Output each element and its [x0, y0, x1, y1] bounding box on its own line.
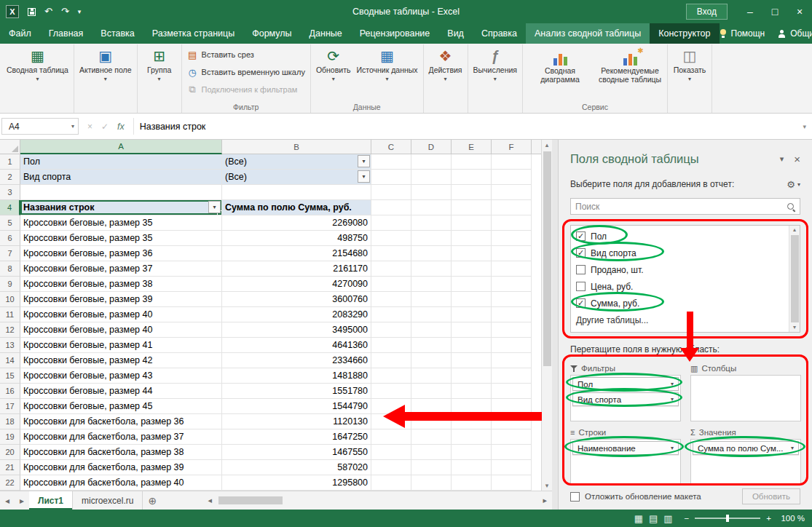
more-tables-link[interactable]: Другие таблицы...: [573, 312, 787, 328]
cell-empty[interactable]: [492, 414, 532, 429]
select-all-corner[interactable]: [0, 140, 20, 154]
cell-column-b[interactable]: 1544790: [222, 399, 371, 414]
field-list-scrollbar[interactable]: [789, 226, 800, 332]
panel-close-icon[interactable]: [794, 153, 800, 165]
cell-column-a[interactable]: Кроссовки беговые, размер 41: [20, 338, 222, 353]
zoom-slider-thumb[interactable]: [726, 515, 729, 522]
cell-empty[interactable]: [492, 399, 532, 414]
cell-column-a[interactable]: Кроссовки для баскетбола, размер 39: [20, 460, 222, 475]
cell-empty[interactable]: [371, 338, 411, 353]
cell-empty[interactable]: [452, 353, 492, 368]
zoom-in-button[interactable]: [766, 514, 771, 523]
ribbon-tab[interactable]: Файл: [0, 23, 40, 44]
cell-column-b[interactable]: 498750: [222, 231, 371, 246]
cell-column-b[interactable]: 2334660: [222, 353, 371, 368]
scroll-right-icon[interactable]: [540, 496, 549, 505]
cell-empty[interactable]: [452, 215, 492, 231]
cell-empty[interactable]: [411, 307, 452, 322]
ribbon-tab[interactable]: Вид: [438, 23, 473, 44]
field-checkbox[interactable]: [576, 265, 586, 274]
cell-empty[interactable]: [492, 460, 532, 475]
row-header[interactable]: 20: [0, 445, 20, 460]
close-button[interactable]: [787, 0, 812, 23]
cell-empty[interactable]: [371, 368, 411, 384]
field-item[interactable]: Продано, шт.: [573, 261, 787, 278]
horizontal-scroll-thumb[interactable]: [218, 496, 283, 504]
cell-empty[interactable]: [492, 307, 532, 322]
cell-empty[interactable]: [452, 338, 492, 353]
expand-formula-bar-icon[interactable]: [797, 123, 812, 130]
cell-column-a[interactable]: Названия строк: [20, 200, 222, 215]
cell-empty[interactable]: [411, 170, 452, 185]
show-button[interactable]: Показать: [670, 44, 709, 102]
cell-empty[interactable]: [492, 322, 532, 338]
cell-empty[interactable]: [452, 368, 492, 384]
cell-empty[interactable]: [452, 384, 492, 399]
cell-empty[interactable]: [452, 322, 492, 338]
active-field-button[interactable]: Активное поле: [76, 44, 135, 102]
cell-column-a[interactable]: Кроссовки для баскетбола, размер 37: [20, 429, 222, 445]
cell-empty[interactable]: [492, 445, 532, 460]
cell-empty[interactable]: [452, 231, 492, 246]
minimize-button[interactable]: [738, 0, 762, 23]
cell-empty[interactable]: [411, 445, 452, 460]
pivot-table-button[interactable]: Сводная таблица: [4, 44, 71, 102]
insert-slicer-button[interactable]: Вставить срез: [184, 47, 308, 63]
row-header[interactable]: 8: [0, 261, 20, 277]
view-page-break-icon[interactable]: [663, 513, 672, 524]
cell-column-a[interactable]: Кроссовки беговые, размер 44: [20, 384, 222, 399]
cell-empty[interactable]: [411, 292, 452, 307]
row-header[interactable]: 18: [0, 414, 20, 429]
share-button[interactable]: Общий доступ: [778, 28, 812, 39]
scroll-left-icon[interactable]: [205, 496, 214, 505]
cell-empty[interactable]: [371, 429, 411, 445]
cell-empty[interactable]: [492, 353, 532, 368]
cell-column-a[interactable]: Кроссовки беговые, размер 42: [20, 353, 222, 368]
cell-empty[interactable]: [452, 246, 492, 261]
cell-empty[interactable]: [452, 200, 492, 215]
cell-empty[interactable]: [411, 384, 452, 399]
cell-empty[interactable]: [371, 475, 411, 491]
ribbon-tab[interactable]: Данные: [301, 23, 351, 44]
row-header[interactable]: 21: [0, 460, 20, 475]
cell-column-b[interactable]: 587020: [222, 460, 371, 475]
cell-column-a[interactable]: Кроссовки беговые, размер 39: [20, 292, 222, 307]
row-header[interactable]: 1: [0, 154, 20, 170]
cell-empty[interactable]: [411, 246, 452, 261]
cell-column-b[interactable]: 2161170: [222, 261, 371, 277]
cell-empty[interactable]: [492, 246, 532, 261]
row-header[interactable]: 7: [0, 246, 20, 261]
group-button[interactable]: Группа: [140, 44, 179, 102]
view-page-layout-icon[interactable]: [649, 513, 658, 524]
ribbon-tab[interactable]: Рецензирование: [351, 23, 439, 44]
field-list-scroll-thumb[interactable]: [791, 235, 799, 322]
cell-empty[interactable]: [371, 384, 411, 399]
row-header[interactable]: 5: [0, 215, 20, 231]
column-header-e[interactable]: E: [452, 140, 492, 154]
cell-empty[interactable]: [411, 322, 452, 338]
cell-column-b[interactable]: 1647250: [222, 429, 371, 445]
cell-empty[interactable]: [371, 277, 411, 292]
cell-column-a[interactable]: Кроссовки беговые, размер 40: [20, 322, 222, 338]
cell-empty[interactable]: [452, 414, 492, 429]
field-item[interactable]: Сумма, руб.: [573, 295, 787, 312]
column-header-a[interactable]: A: [20, 140, 222, 154]
save-icon[interactable]: [28, 8, 36, 16]
cell-empty[interactable]: [452, 475, 492, 491]
cell-column-a[interactable]: Кроссовки для баскетбола, размер 36: [20, 414, 222, 429]
help-button[interactable]: Помощн: [720, 28, 765, 39]
cell-empty[interactable]: [411, 200, 452, 215]
row-header[interactable]: 11: [0, 307, 20, 322]
cell-empty[interactable]: [371, 154, 411, 170]
cell-empty[interactable]: [411, 231, 452, 246]
name-box[interactable]: A4: [1, 118, 79, 135]
cell-empty[interactable]: [371, 170, 411, 185]
recommended-pivot-tables-button[interactable]: Рекомендуемые сводные таблицы: [595, 44, 665, 102]
horizontal-scrollbar[interactable]: [205, 491, 549, 510]
ribbon-tab[interactable]: Справка: [473, 23, 526, 44]
ribbon-tab[interactable]: Разметка страницы: [143, 23, 243, 44]
cell-empty[interactable]: [452, 429, 492, 445]
actions-button[interactable]: Действия: [426, 44, 465, 102]
cell-empty[interactable]: [411, 215, 452, 231]
ribbon-tab[interactable]: Формулы: [243, 23, 300, 44]
